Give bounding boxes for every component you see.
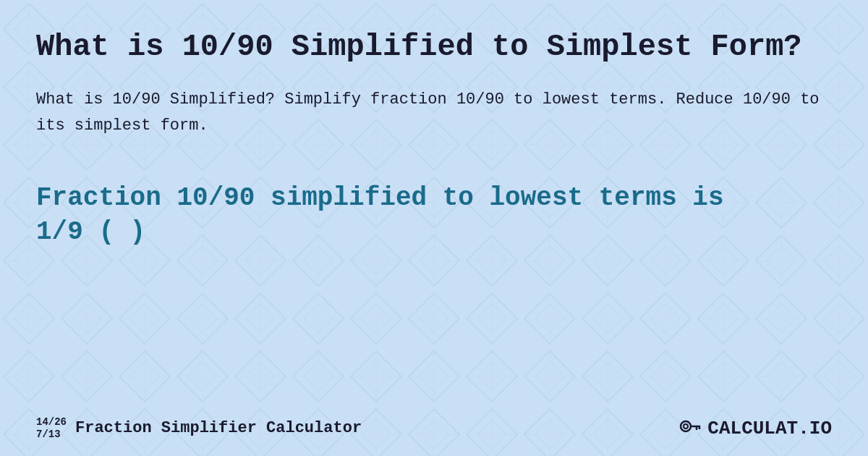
key-icon [678, 415, 702, 442]
footer: 14/26 7/13 Fraction Simplifier Calculato… [36, 415, 832, 442]
result-line2: 1/9 ( ) [36, 216, 832, 250]
brand-logo: CALCULAT.IO [707, 418, 832, 439]
fraction-stack: 14/26 7/13 [36, 416, 67, 441]
logo-text: CALCULAT.IO [707, 418, 832, 439]
footer-brand-label: Fraction Simplifier Calculator [75, 419, 362, 437]
page-title: What is 10/90 Simplified to Simplest For… [36, 29, 832, 65]
result-line1: Fraction 10/90 simplified to lowest term… [36, 182, 832, 216]
footer-left: 14/26 7/13 Fraction Simplifier Calculato… [36, 416, 362, 441]
svg-point-8 [681, 421, 691, 431]
result-text: Fraction 10/90 simplified to lowest term… [36, 182, 832, 250]
fraction-top: 14/26 [36, 416, 67, 428]
footer-right: CALCULAT.IO [678, 415, 832, 442]
result-section: Fraction 10/90 simplified to lowest term… [36, 182, 832, 250]
content-wrapper: What is 10/90 Simplified to Simplest For… [0, 0, 868, 456]
page-description: What is 10/90 Simplified? Simplify fract… [36, 87, 832, 138]
svg-point-9 [684, 424, 688, 428]
fraction-bottom: 7/13 [36, 428, 67, 441]
